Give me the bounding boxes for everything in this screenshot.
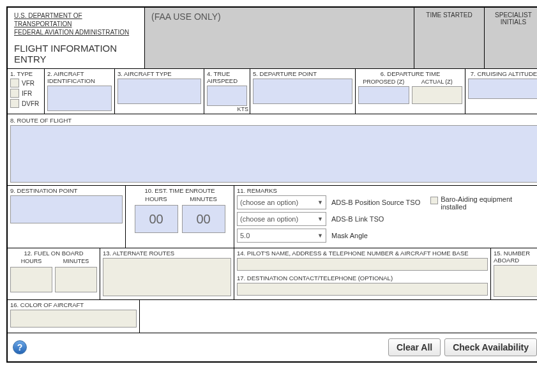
specialist-initials-header: SPECIALIST INITIALS [485, 8, 537, 68]
fuel-hours-label: HOURS [10, 258, 52, 264]
color-input[interactable] [10, 310, 137, 328]
field-12-fuel: 12. FUEL ON BOARD HOURS MINUTES [8, 248, 100, 299]
field-2-label: 2. AIRCRAFT IDENTIFICATION [47, 70, 112, 84]
pilot-info-input[interactable] [237, 258, 488, 271]
field-10-label: 10. EST. TIME ENROUTE [128, 187, 231, 194]
field-17-label: 17. DESTINATION CONTACT/TELEPHONE (OPTIO… [237, 275, 488, 282]
field-12-label: 12. FUEL ON BOARD [10, 250, 97, 257]
field-11-label: 11. REMARKS [237, 187, 537, 194]
field-4-airspeed: 4. TRUE AIRSPEED KTS [204, 69, 250, 114]
faa-use-only: (FAA USE ONLY) [145, 8, 414, 68]
field-1-type: 1. TYPE VFR IFR DVFR [8, 69, 45, 114]
row-1-7: 1. TYPE VFR IFR DVFR 2. AIRCRAFT IDENTIF… [8, 69, 537, 114]
row-16: 16. COLOR OF AIRCRAFT [8, 300, 537, 333]
field-8-route: 8. ROUTE OF FLIGHT [8, 114, 537, 185]
baro-aiding-row[interactable]: Baro-Aiding equipment installed [430, 195, 537, 211]
field-6-label: 6. DEPARTURE TIME [358, 70, 462, 77]
ifr-label: IFR [22, 90, 32, 97]
page-title: FLIGHT INFORMATION ENTRY [14, 43, 138, 64]
ete-minutes-label: MINUTES [182, 195, 225, 202]
chevron-down-icon: ▼ [317, 216, 323, 222]
adsb-pos-label: ADS-B Position Source TSO [331, 199, 420, 206]
mask-angle-select[interactable]: 5.0 ▼ [237, 229, 326, 243]
number-aboard-input[interactable] [494, 265, 537, 297]
adsb-link-value: (choose an option) [240, 215, 298, 223]
type-dvfr-row[interactable]: DVFR [10, 99, 42, 108]
row-12-15: 12. FUEL ON BOARD HOURS MINUTES 13. ALTE… [8, 248, 537, 300]
type-vfr-row[interactable]: VFR [10, 79, 42, 87]
footer-buttons: Clear All Check Availability [388, 338, 537, 356]
vfr-label: VFR [22, 80, 34, 87]
ifr-checkbox[interactable] [10, 89, 19, 98]
field-16-label: 16. COLOR OF AIRCRAFT [10, 301, 137, 308]
field-11-remarks: 11. REMARKS (choose an option) ▼ ADS-B P… [234, 186, 537, 248]
field-9-label: 9. DESTINATION POINT [10, 187, 123, 194]
field-1-label: 1. TYPE [10, 70, 42, 77]
aircraft-type-input[interactable] [117, 79, 201, 104]
field-5-label: 5. DEPARTURE POINT [253, 70, 352, 77]
kts-unit: KTS [237, 106, 248, 112]
destination-contact-input[interactable] [237, 283, 488, 296]
field-8-label: 8. ROUTE OF FLIGHT [10, 117, 537, 124]
field-14-label: 14. PILOT'S NAME, ADDRESS & TELEPHONE NU… [237, 250, 488, 257]
route-input[interactable] [10, 125, 537, 183]
mask-angle-label: Mask Angle [331, 232, 368, 239]
field-15-label: 15. NUMBER ABOARD [494, 250, 537, 264]
chevron-down-icon: ▼ [317, 199, 323, 206]
proposed-z-label: PROPOSED (Z) [358, 79, 409, 85]
dvfr-label: DVFR [22, 100, 39, 107]
fuel-hours-input[interactable] [10, 267, 52, 292]
header-row: U.S. DEPARTMENT OF TRANSPORTATION FEDERA… [8, 8, 537, 69]
ete-minutes-input[interactable]: 00 [182, 205, 225, 233]
field-14-17-container: 14. PILOT'S NAME, ADDRESS & TELEPHONE NU… [234, 248, 491, 299]
dept-line1: U.S. DEPARTMENT OF TRANSPORTATION [14, 11, 138, 28]
destination-input[interactable] [10, 195, 123, 223]
field-4-label: 4. TRUE AIRSPEED [207, 70, 247, 84]
chevron-down-icon: ▼ [317, 232, 323, 239]
header-left: U.S. DEPARTMENT OF TRANSPORTATION FEDERA… [8, 8, 145, 68]
actual-time-input[interactable] [412, 86, 463, 104]
field-6-departure-time: 6. DEPARTURE TIME PROPOSED (Z) ACTUAL (Z… [356, 69, 465, 114]
fuel-minutes-label: MINUTES [55, 258, 97, 264]
adsb-link-select[interactable]: (choose an option) ▼ [237, 212, 326, 226]
check-availability-button[interactable]: Check Availability [444, 338, 537, 356]
field-9-destination: 9. DESTINATION POINT [8, 186, 126, 248]
field-15-number-aboard: 15. NUMBER ABOARD [491, 248, 537, 299]
baro-checkbox[interactable] [430, 197, 438, 204]
footer-row: ? Clear All Check Availability [8, 333, 537, 361]
actual-z-label: ACTUAL (Z) [412, 79, 463, 85]
proposed-time-input[interactable] [358, 86, 409, 104]
row-16-spacer [140, 300, 537, 333]
help-icon[interactable]: ? [13, 340, 27, 354]
field-10-ete: 10. EST. TIME ENROUTE HOURS 00 MINUTES 0… [126, 186, 234, 248]
fuel-minutes-input[interactable] [55, 267, 97, 292]
field-7-label: 7. CRUISING ALTITUDE [468, 70, 537, 77]
row-8: 8. ROUTE OF FLIGHT [8, 114, 537, 186]
adsb-pos-value: (choose an option) [240, 199, 298, 206]
time-started-header: TIME STARTED [414, 8, 485, 68]
alternate-routes-input[interactable] [103, 258, 231, 296]
dvfr-checkbox[interactable] [10, 99, 19, 108]
field-13-alternate: 13. ALTERNATE ROUTES [100, 248, 234, 299]
adsb-position-select[interactable]: (choose an option) ▼ [237, 195, 326, 209]
dept-line2: FEDERAL AVIATION ADMINISTRATION [14, 28, 138, 36]
vfr-checkbox[interactable] [10, 79, 19, 87]
field-5-departure-point: 5. DEPARTURE POINT [250, 69, 356, 114]
type-ifr-row[interactable]: IFR [10, 89, 42, 98]
field-7-cruising-altitude: 7. CRUISING ALTITUDE [465, 69, 537, 114]
ete-hours-input[interactable]: 00 [135, 205, 178, 233]
aircraft-id-input[interactable] [47, 86, 112, 111]
field-2-aircraft-id: 2. AIRCRAFT IDENTIFICATION [45, 69, 115, 114]
baro-label: Baro-Aiding equipment installed [441, 195, 537, 211]
row-9-11: 9. DESTINATION POINT 10. EST. TIME ENROU… [8, 186, 537, 248]
flight-form: U.S. DEPARTMENT OF TRANSPORTATION FEDERA… [6, 6, 537, 363]
field-13-label: 13. ALTERNATE ROUTES [103, 250, 231, 257]
cruising-altitude-input[interactable] [468, 79, 537, 99]
field-3-aircraft-type: 3. AIRCRAFT TYPE [115, 69, 204, 114]
ete-hours-label: HOURS [135, 195, 178, 202]
airspeed-input[interactable] [207, 86, 247, 106]
mask-angle-value: 5.0 [240, 232, 250, 239]
clear-all-button[interactable]: Clear All [388, 338, 441, 356]
departure-point-input[interactable] [253, 79, 352, 104]
field-16-color: 16. COLOR OF AIRCRAFT [8, 300, 140, 333]
